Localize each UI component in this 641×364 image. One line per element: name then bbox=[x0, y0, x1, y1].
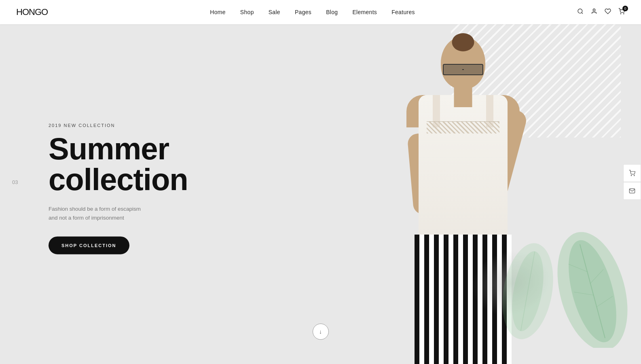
svg-point-14 bbox=[631, 175, 631, 176]
logo-light: GO bbox=[35, 7, 48, 17]
svg-point-0 bbox=[578, 9, 582, 13]
svg-point-2 bbox=[620, 13, 621, 14]
hero-description: Fashion should be a form of escapism and… bbox=[49, 205, 162, 222]
hero-title-line2: collection bbox=[49, 162, 188, 197]
arrow-down-icon: ↓ bbox=[319, 328, 322, 335]
navbar: HONGO Home Shop Sale Pages Blog Elements… bbox=[0, 0, 641, 24]
hero-title-line1: Summer bbox=[49, 131, 169, 166]
nav-links: Home Shop Sale Pages Blog Elements Featu… bbox=[210, 8, 415, 16]
nav-item-blog[interactable]: Blog bbox=[326, 8, 338, 16]
side-mail-icon[interactable] bbox=[623, 182, 641, 200]
search-icon[interactable] bbox=[577, 8, 584, 16]
side-icons bbox=[623, 164, 641, 200]
scroll-down-button[interactable]: ↓ bbox=[313, 324, 329, 340]
hero-title: Summer collection bbox=[49, 133, 188, 195]
hero-subtitle: 2019 NEW COLLECTION bbox=[49, 123, 188, 128]
nav-item-features[interactable]: Features bbox=[391, 8, 415, 16]
model-glasses bbox=[443, 64, 483, 75]
model-area bbox=[293, 24, 641, 364]
hero-section: 2019 NEW COLLECTION Summer collection Fa… bbox=[0, 0, 641, 364]
side-cart-icon[interactable] bbox=[623, 164, 641, 182]
cart-badge: 0 bbox=[622, 6, 628, 11]
svg-point-15 bbox=[634, 175, 635, 176]
hero-content: 2019 NEW COLLECTION Summer collection Fa… bbox=[49, 123, 188, 254]
model-hair bbox=[452, 33, 474, 51]
model-torso bbox=[419, 95, 508, 241]
glasses-frame bbox=[443, 64, 483, 75]
model-top bbox=[419, 95, 508, 241]
brand-logo[interactable]: HONGO bbox=[16, 7, 48, 17]
svg-point-1 bbox=[593, 9, 595, 11]
nav-item-pages[interactable]: Pages bbox=[295, 8, 311, 16]
wishlist-icon[interactable] bbox=[605, 8, 611, 16]
logo-bold: HON bbox=[16, 7, 35, 17]
slide-number-left: 03 bbox=[12, 179, 18, 185]
shop-collection-button[interactable]: SHOP COLLECTION bbox=[49, 237, 129, 254]
nav-item-sale[interactable]: Sale bbox=[269, 8, 280, 16]
cart-icon[interactable]: 0 bbox=[618, 8, 625, 16]
lace-detail bbox=[427, 121, 499, 133]
nav-icons: 0 bbox=[577, 8, 625, 16]
svg-point-3 bbox=[624, 13, 624, 14]
nav-item-shop[interactable]: Shop bbox=[240, 8, 254, 16]
nav-item-elements[interactable]: Elements bbox=[352, 8, 377, 16]
nav-item-home[interactable]: Home bbox=[210, 8, 226, 16]
user-icon[interactable] bbox=[591, 8, 597, 16]
leaf-decoration-2 bbox=[495, 226, 560, 340]
leaf-decoration-1 bbox=[552, 210, 633, 348]
